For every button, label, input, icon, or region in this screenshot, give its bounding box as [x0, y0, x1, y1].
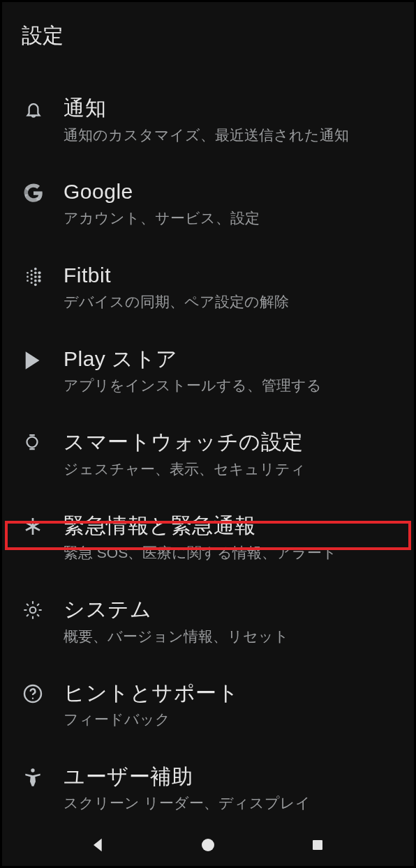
svg-point-10 — [34, 280, 37, 282]
page-title: 設定 — [2, 22, 414, 78]
settings-item-fitbit[interactable]: Fitbit デバイスの同期、ペア設定の解除 — [2, 245, 414, 329]
svg-point-20 — [202, 839, 214, 851]
watch-icon — [22, 432, 45, 455]
settings-item-title: スマートウォッチの設定 — [64, 429, 394, 455]
nav-recents-button[interactable] — [303, 830, 332, 860]
fitbit-icon — [22, 265, 45, 289]
nav-home-button[interactable] — [193, 830, 223, 860]
settings-item-smartwatch[interactable]: スマートウォッチの設定 ジェスチャー、表示、セキュリティ — [2, 412, 414, 496]
svg-point-5 — [31, 277, 33, 280]
settings-item-system[interactable]: システム 概要、バージョン情報、リセット — [2, 579, 414, 663]
svg-point-14 — [38, 279, 40, 282]
svg-point-9 — [34, 275, 37, 278]
navigation-bar — [2, 824, 414, 866]
settings-item-title: Google — [64, 178, 394, 205]
accessibility-icon — [22, 766, 45, 790]
nav-back-button[interactable] — [84, 830, 113, 860]
settings-item-title: ユーザー補助 — [64, 763, 394, 790]
settings-item-tips[interactable]: ヒントとサポート フィードバック — [2, 663, 414, 747]
svg-point-0 — [27, 272, 29, 274]
settings-item-title: Fitbit — [64, 262, 394, 289]
svg-point-4 — [31, 273, 33, 275]
settings-item-google[interactable]: Google アカウント、サービス、設定 — [2, 162, 414, 245]
settings-item-subtitle: アカウント、サービス、設定 — [64, 208, 394, 228]
settings-item-subtitle: アプリをインストールする、管理する — [64, 376, 394, 395]
settings-item-emergency[interactable]: 緊急情報と緊急通報 緊急 SOS、医療に関する情報、アラート — [2, 496, 414, 579]
svg-point-8 — [34, 271, 37, 274]
svg-rect-21 — [313, 840, 322, 850]
google-icon — [22, 181, 45, 205]
settings-item-title: Play ストア — [64, 346, 394, 372]
settings-item-subtitle: 通知のカスタマイズ、最近送信された通知 — [64, 125, 394, 145]
svg-point-15 — [27, 437, 38, 448]
svg-point-16 — [30, 607, 36, 614]
svg-point-1 — [27, 275, 29, 277]
svg-point-2 — [27, 280, 29, 282]
settings-item-subtitle: フィードバック — [64, 710, 394, 729]
svg-point-11 — [34, 283, 37, 286]
svg-point-13 — [38, 275, 40, 278]
settings-item-title: 通知 — [64, 95, 394, 121]
settings-item-title: 緊急情報と緊急通報 — [64, 512, 394, 539]
settings-item-accessibility[interactable]: ユーザー補助 スクリーン リーダー、ディスプレイ — [2, 747, 414, 821]
help-icon — [22, 683, 45, 706]
settings-item-subtitle: ジェスチャー、表示、セキュリティ — [64, 459, 394, 479]
svg-point-18 — [32, 697, 34, 699]
asterisk-icon — [22, 515, 45, 539]
settings-item-title: システム — [64, 596, 394, 623]
bell-icon — [22, 98, 45, 121]
svg-point-12 — [38, 271, 40, 274]
svg-point-6 — [31, 282, 33, 284]
settings-list: 通知 通知のカスタマイズ、最近送信された通知 Google アカウント、サービス — [2, 78, 414, 821]
svg-point-19 — [31, 768, 34, 772]
svg-point-7 — [34, 268, 37, 271]
svg-point-3 — [31, 270, 33, 272]
settings-item-subtitle: 概要、バージョン情報、リセット — [64, 627, 394, 646]
settings-item-subtitle: デバイスの同期、ペア設定の解除 — [64, 292, 394, 312]
settings-item-playstore[interactable]: Play ストア アプリをインストールする、管理する — [2, 329, 414, 413]
settings-item-subtitle: スクリーン リーダー、ディスプレイ — [64, 793, 394, 813]
settings-item-notifications[interactable]: 通知 通知のカスタマイズ、最近送信された通知 — [2, 78, 414, 162]
settings-item-title: ヒントとサポート — [64, 680, 394, 706]
settings-item-subtitle: 緊急 SOS、医療に関する情報、アラート — [64, 543, 394, 563]
play-icon — [22, 349, 45, 372]
gear-icon — [22, 599, 45, 623]
